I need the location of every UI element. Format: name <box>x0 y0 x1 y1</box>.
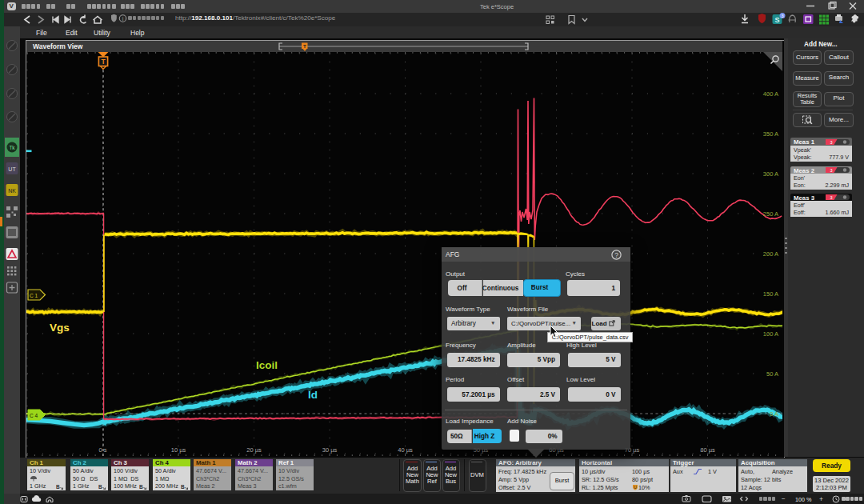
svg-text:3: 3 <box>830 195 832 200</box>
svg-text:B: B <box>181 484 185 490</box>
svg-text:S: S <box>774 16 779 24</box>
svg-text:C 1: C 1 <box>30 293 38 298</box>
svg-text:300 A: 300 A <box>763 170 778 178</box>
svg-text:10 µs: 10 µs <box>171 446 186 454</box>
svg-text:3: 3 <box>830 168 832 173</box>
svg-text:100 A: 100 A <box>763 330 778 338</box>
svg-text:UT: UT <box>8 166 16 172</box>
svg-text:T: T <box>303 43 306 48</box>
svg-text:U: U <box>634 485 637 490</box>
svg-text:i: i <box>122 16 124 22</box>
svg-text:C 4: C 4 <box>30 413 38 418</box>
svg-text:Icoil: Icoil <box>256 359 278 371</box>
svg-text:NK: NK <box>8 188 16 194</box>
svg-text:Tk: Tk <box>9 145 15 150</box>
svg-text:40 µs: 40 µs <box>398 446 413 454</box>
svg-text:3: 3 <box>830 139 832 144</box>
svg-text:B: B <box>56 484 60 490</box>
svg-text:0 s: 0 s <box>98 446 106 454</box>
svg-text:0 A: 0 A <box>770 410 778 418</box>
svg-text:T: T <box>101 58 106 66</box>
svg-text:?: ? <box>614 250 618 258</box>
svg-text:Id: Id <box>308 389 318 401</box>
svg-text:250 A: 250 A <box>763 210 778 218</box>
svg-text:400 A: 400 A <box>763 90 778 98</box>
svg-text:80 µs: 80 µs <box>700 446 715 454</box>
svg-text:150 A: 150 A <box>763 290 778 298</box>
svg-text:Vgs: Vgs <box>50 322 70 334</box>
svg-text:20 µs: 20 µs <box>246 446 262 454</box>
svg-text:30 µs: 30 µs <box>322 446 338 454</box>
svg-text:B: B <box>139 484 143 490</box>
svg-text:3: 3 <box>781 14 783 18</box>
svg-text:200 A: 200 A <box>763 250 778 258</box>
svg-text:50 A: 50 A <box>766 370 778 378</box>
svg-text:B: B <box>98 484 102 490</box>
svg-text:350 A: 350 A <box>763 130 778 138</box>
